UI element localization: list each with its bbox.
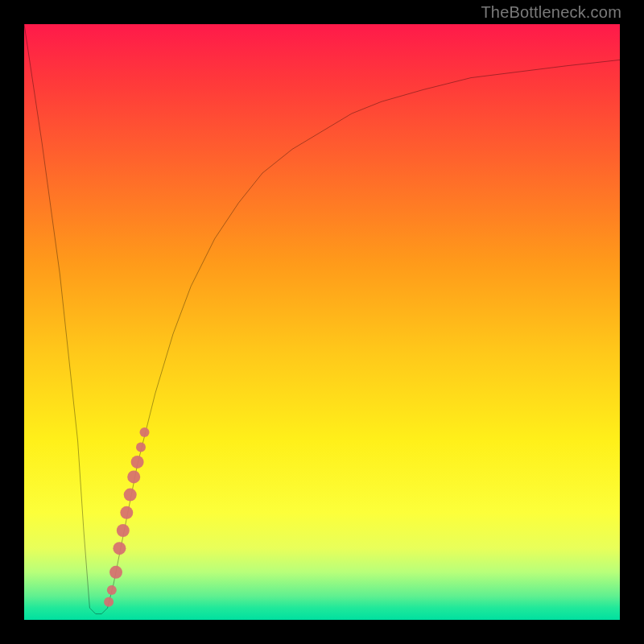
attribution-text: TheBottleneck.com	[481, 3, 621, 22]
highlight-dot	[117, 524, 130, 537]
highlight-dot	[107, 585, 117, 595]
highlight-dot	[140, 427, 150, 437]
highlight-dot	[124, 489, 137, 502]
dots-layer	[24, 24, 620, 620]
highlight-dot	[131, 456, 144, 469]
chart-frame: TheBottleneck.com	[0, 0, 644, 644]
highlight-dot	[136, 442, 146, 452]
highlight-dot	[104, 597, 114, 607]
highlight-dot	[113, 542, 126, 555]
plot-area	[24, 24, 620, 620]
highlight-dot	[109, 566, 122, 579]
highlight-dot	[120, 506, 133, 519]
highlight-dots	[104, 427, 149, 607]
highlight-dot	[127, 470, 140, 483]
